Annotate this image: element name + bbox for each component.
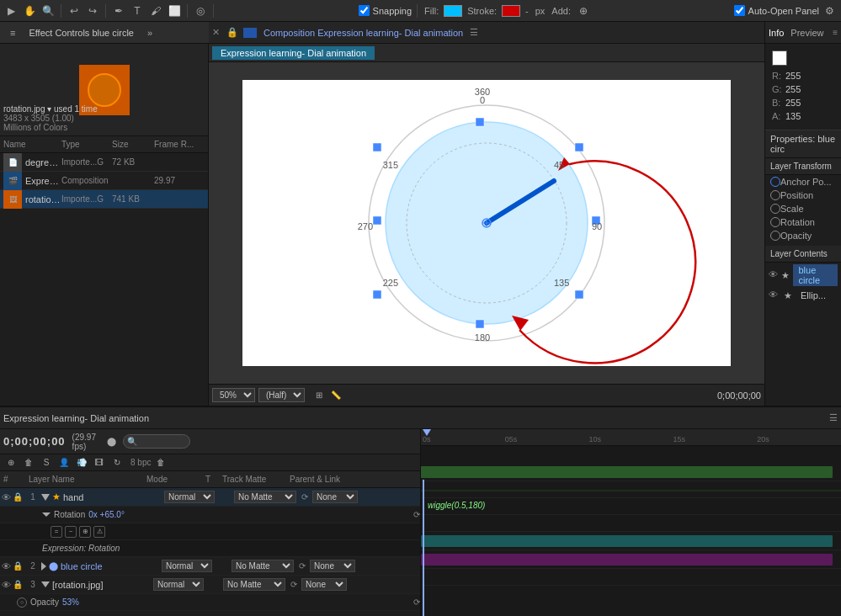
expr-wiggle-value: wiggle(0.5,180) xyxy=(428,501,485,510)
pen-tool-icon[interactable]: ✒ xyxy=(111,3,126,19)
panel-options-icon[interactable]: ⚙ xyxy=(822,3,838,19)
text-tool-icon[interactable]: T xyxy=(130,3,145,19)
color-manage-icon[interactable]: 🗑 xyxy=(153,455,168,470)
layer-3-bar xyxy=(421,554,833,566)
fill-color-box[interactable] xyxy=(444,5,462,17)
anchor-label: Anchor Po... xyxy=(780,177,836,187)
arrow-tool-icon[interactable]: ▶ xyxy=(3,3,19,19)
layer-3-lock[interactable]: 🔒 xyxy=(13,580,23,589)
effect-controls-expand[interactable]: » xyxy=(141,26,159,40)
layer-3-name[interactable]: [rotation.jpg] xyxy=(52,580,153,590)
layer-2-parent-select[interactable]: None xyxy=(310,560,355,572)
layer-2-name[interactable]: blue circle xyxy=(61,561,162,571)
bar-row-2 xyxy=(421,532,841,550)
layer-3-parent-cell: ⟳ None xyxy=(290,578,366,591)
frame-blend-icon[interactable]: 🎞 xyxy=(92,455,107,470)
zoom-select[interactable]: 50% xyxy=(212,388,255,402)
toolbar-separator-2 xyxy=(105,4,106,18)
layer-2-expand[interactable] xyxy=(41,562,46,571)
layer-3-expand[interactable] xyxy=(41,581,50,587)
motion-blur-icon[interactable]: 💨 xyxy=(74,455,89,470)
px-label: px xyxy=(535,6,546,16)
info-tab[interactable]: Info xyxy=(769,28,784,38)
toggle-rulers-icon[interactable]: 📏 xyxy=(328,388,343,403)
timeline-menu-icon[interactable]: ☰ xyxy=(829,412,838,423)
effect-controls-panel: ≡ Effect Controls blue circle » xyxy=(0,22,209,44)
layer-2-vis[interactable]: 👁 xyxy=(2,561,11,571)
rotation-expand[interactable] xyxy=(42,512,51,517)
layer-1-vis[interactable]: 👁 xyxy=(2,492,11,502)
info-panel-menu[interactable]: ≡ xyxy=(833,28,838,37)
layer-2-track-select[interactable]: No Matte xyxy=(232,560,294,572)
timeline-timecode: 0;00;00;00 xyxy=(3,435,66,448)
snapping-checkbox[interactable] xyxy=(359,5,370,16)
live-update-icon[interactable]: ↻ xyxy=(109,455,125,470)
zoom-tool-icon[interactable]: 🔍 xyxy=(40,3,56,19)
comp-tab-active[interactable]: Expression learning- Dial animation xyxy=(212,46,375,60)
toolbar-separator-4 xyxy=(213,4,214,18)
layer-3-track-select[interactable]: No Matte xyxy=(223,578,285,591)
color-swatch xyxy=(772,50,787,66)
layer-3-track-cell: No Matte xyxy=(223,578,290,591)
toggle-grid-icon[interactable]: ⊞ xyxy=(311,388,327,403)
properties-header: Properties: blue circ xyxy=(765,130,841,158)
svg-text:225: 225 xyxy=(383,278,398,288)
project-item-degree[interactable]: 📄 degree.jpg Importe...G 72 KB xyxy=(0,153,208,172)
layer-1-expand[interactable] xyxy=(41,494,50,501)
layer-1-parent-select[interactable]: None xyxy=(312,491,358,503)
quality-select[interactable]: (Half) xyxy=(258,388,305,402)
new-layer-icon[interactable]: ⊕ xyxy=(3,455,19,470)
effect-controls-title[interactable]: Effect Controls blue circle xyxy=(22,26,141,40)
position-icon xyxy=(770,190,780,200)
expr-warn-icon[interactable]: ⚠ xyxy=(93,526,105,538)
shy-toggle-icon[interactable]: 👤 xyxy=(56,455,72,470)
expr-graph-icon[interactable]: ~ xyxy=(65,526,77,538)
layer-1-controls: 👁 🔒 xyxy=(0,492,24,502)
left-panel: rotation.jpg ▾ used 1 time 3483 x 3505 (… xyxy=(0,44,209,427)
layer-1-name[interactable]: hand xyxy=(63,492,164,502)
expr-link-icon[interactable]: ⊕ xyxy=(79,526,91,538)
timecode-display: 0;00;00;00 xyxy=(717,390,761,401)
auto-open-panel-checkbox[interactable] xyxy=(734,5,745,16)
roto-tool-icon[interactable]: ◎ xyxy=(193,3,208,19)
expr-equal-icon[interactable]: = xyxy=(51,526,62,538)
comp-close-button[interactable]: ✕ xyxy=(212,27,220,38)
layer-row-2[interactable]: 👁 🔒 2 ⬤ blue circle Normal No Matte xyxy=(0,557,420,576)
stroke-color-box[interactable] xyxy=(502,5,520,17)
add-shape-icon[interactable]: ⊕ xyxy=(576,3,591,19)
project-tab[interactable]: ≡ xyxy=(3,26,22,40)
layer-row-1[interactable]: 👁 🔒 1 ★ hand Normal No Matte xyxy=(0,488,420,507)
position-row: Position xyxy=(765,189,841,202)
eye-icon-2[interactable]: 👁 xyxy=(769,289,780,301)
tl-solo-icon[interactable]: ⬤ xyxy=(104,434,120,449)
solo-layer-icon[interactable]: S xyxy=(39,455,54,470)
eye-icon-1[interactable]: 👁 xyxy=(769,269,778,281)
opacity-sub-row[interactable]: ○ Opacity 53% ⟳ xyxy=(0,594,420,611)
layer-row-3[interactable]: 👁 🔒 3 [rotation.jpg] Normal No Matte xyxy=(0,576,420,594)
project-item-expr[interactable]: 🎬 Express...mation Composition 29.97 xyxy=(0,172,208,190)
layer-1-lock[interactable]: 🔒 xyxy=(13,492,23,502)
layer-2-mode-select[interactable]: Normal xyxy=(162,560,212,572)
layer-3-mode-select[interactable]: Normal xyxy=(153,578,204,591)
opacity-value[interactable]: 53% xyxy=(62,597,79,607)
layer-3-mode-cell: Normal xyxy=(153,578,208,591)
redo-icon[interactable]: ↪ xyxy=(85,3,100,19)
hand-tool-icon[interactable]: ✋ xyxy=(22,3,37,19)
layer-1-mode-select[interactable]: Normal xyxy=(164,491,215,503)
rotation-sub-row[interactable]: Rotation 0x +65.0° ⟳ xyxy=(0,507,420,523)
undo-icon[interactable]: ↩ xyxy=(67,3,82,19)
layer-3-parent-select[interactable]: None xyxy=(301,578,347,591)
rotation-prop-value[interactable]: 0x +65.0° xyxy=(88,510,125,519)
layer-3-vis[interactable]: 👁 xyxy=(2,580,11,590)
layer-1-track-select[interactable]: No Matte xyxy=(234,491,296,503)
shape-tool-icon[interactable]: ⬜ xyxy=(167,3,182,19)
timeline-right[interactable]: 0s 05s 10s 15s 20s xyxy=(421,429,841,616)
timeline-search-input[interactable] xyxy=(123,434,190,449)
svg-rect-7 xyxy=(476,320,484,328)
preview-tab[interactable]: Preview xyxy=(790,28,823,38)
comp-menu-icon[interactable]: ☰ xyxy=(470,27,478,38)
brush-tool-icon[interactable]: 🖌 xyxy=(148,3,163,19)
layer-2-lock[interactable]: 🔒 xyxy=(13,561,23,571)
delete-layer-icon[interactable]: 🗑 xyxy=(21,455,36,470)
project-item-rotation[interactable]: 🖼 rotation.jpg Importe...G 741 KB xyxy=(0,190,208,209)
